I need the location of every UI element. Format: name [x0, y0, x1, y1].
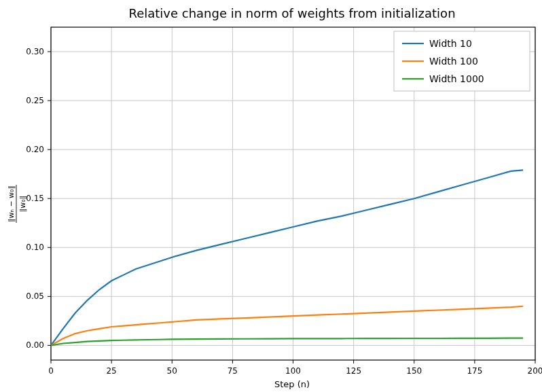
legend-label: Width 1000 — [429, 73, 484, 84]
xtick-label: 25 — [106, 366, 116, 376]
xtick-label: 150 — [406, 366, 422, 376]
xtick-label: 200 — [528, 366, 542, 376]
xtick-label: 175 — [467, 366, 482, 376]
svg-text:‖wₙ − w₀‖: ‖wₙ − w₀‖ — [7, 185, 16, 222]
xtick-label: 50 — [167, 366, 177, 376]
ytick-label: 0.25 — [26, 96, 44, 105]
chart-title: Relative change in norm of weights from … — [128, 6, 455, 20]
ytick-label: 0.10 — [26, 243, 44, 252]
ytick-label: 0.05 — [26, 291, 44, 301]
legend-label: Width 10 — [429, 38, 472, 49]
series-w1000 — [51, 338, 523, 346]
ytick-label: 0.20 — [26, 145, 44, 154]
ytick-label: 0.30 — [26, 47, 44, 56]
ytick-label: 0.00 — [26, 340, 44, 350]
legend-label: Width 100 — [429, 56, 478, 67]
chart-root: Relative change in norm of weights from … — [0, 0, 542, 392]
xtick-label: 125 — [346, 366, 361, 376]
svg-text:‖w₀‖: ‖w₀‖ — [18, 196, 27, 212]
xtick-label: 100 — [285, 366, 301, 376]
plot-area: 02550751001251501752000.000.050.100.150.… — [26, 27, 542, 376]
legend: Width 10Width 100Width 1000 — [394, 31, 530, 91]
y-axis-label: ‖wₙ − w₀‖ ‖w₀‖ — [7, 185, 27, 223]
ytick-label: 0.15 — [26, 194, 44, 203]
xtick-label: 75 — [228, 366, 238, 376]
x-axis-label: Step (n) — [274, 379, 310, 389]
xtick-label: 0 — [48, 366, 54, 376]
series-w10 — [51, 170, 523, 345]
